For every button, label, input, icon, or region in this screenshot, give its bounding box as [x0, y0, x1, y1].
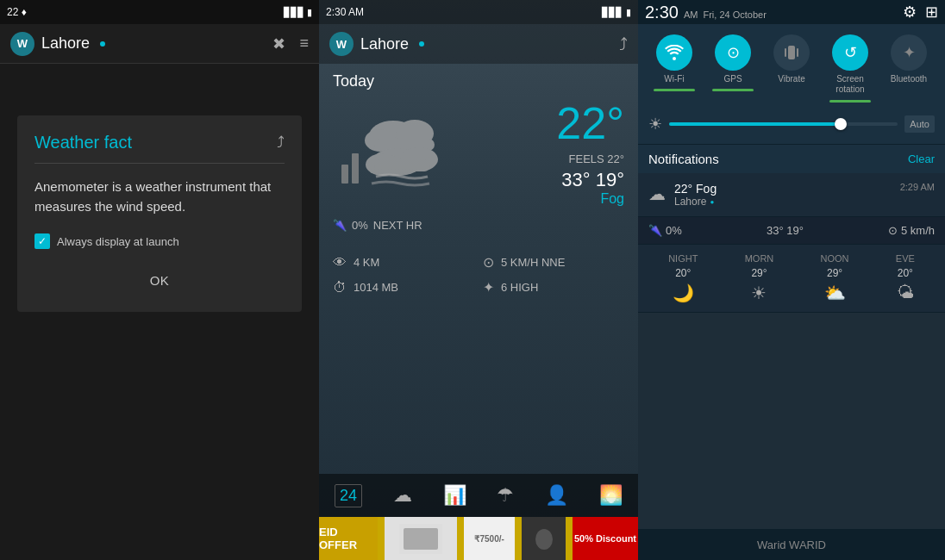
carrier-name: Warid WARID: [757, 538, 826, 551]
ad-banner-inner: EID OFFER ₹7500/- 50% Discount: [319, 517, 638, 560]
dialog-body: Anemometer is a weather instrument that …: [34, 177, 285, 216]
wind-detail: ⊙ 5 KM/H NNE: [483, 254, 624, 271]
svg-rect-7: [374, 159, 430, 171]
middle-city-name: Lahore: [360, 35, 409, 53]
tab-umbrella[interactable]: ☂: [497, 484, 514, 507]
precip-value: 0%: [352, 219, 368, 232]
pressure-detail: ⏱ 1014 MB: [333, 279, 474, 296]
temp-range-detail: 33° 19°: [767, 224, 804, 237]
pressure-icon: ⏱: [333, 280, 347, 296]
clear-notifications-button[interactable]: Clear: [908, 152, 935, 165]
tab-chart[interactable]: 📊: [443, 484, 466, 507]
gps-tile[interactable]: ⊙ GPS: [707, 34, 759, 103]
notif-weather-icon: ☁: [648, 184, 666, 204]
temp-range-detail-value: 33° 19°: [767, 224, 804, 237]
svg-rect-8: [341, 165, 348, 184]
forecast-night-icon: 🌙: [673, 283, 694, 303]
svg-rect-15: [785, 48, 786, 57]
ok-button[interactable]: OK: [34, 266, 285, 295]
quick-tiles: Wi-Fi ⊙ GPS Vibrate: [645, 34, 938, 103]
middle-content: Today: [319, 64, 638, 474]
visibility-detail: 👁 4 KM: [333, 254, 474, 271]
precip-detail-icon: 🌂: [648, 224, 662, 237]
left-city-name: Lahore: [41, 34, 90, 53]
left-signal: ▊▊▊ ▮: [284, 7, 312, 18]
notifications-header: Notifications Clear: [638, 144, 945, 173]
weather-details-grid: 👁 4 KM ⊙ 5 KM/H NNE ⏱ 1014 MB ✦ 6 HIGH: [333, 254, 624, 296]
wind-value: 5 KM/H NNE: [501, 256, 565, 269]
left-status-left: 22 ♦: [7, 6, 27, 18]
ad-banner: EID OFFER ₹7500/- 50% Discount: [319, 517, 638, 560]
tab-sunrise[interactable]: 🌅: [599, 484, 623, 507]
uv-value: 6 HIGH: [501, 281, 538, 294]
wind-icon: ⊙: [483, 254, 494, 271]
right-panel: 2:30 AM Fri, 24 October ⚙ ⊞ Wi-Fi ⊙: [638, 0, 945, 560]
app-icon: W: [10, 32, 34, 56]
screen-rotation-icon: ↺: [832, 34, 868, 71]
left-topbar: W Lahore ✖ ≡: [0, 24, 319, 64]
checkbox-row: ✓ Always display at launch: [34, 233, 285, 249]
notif-subtitle: Lahore ●: [674, 196, 935, 208]
temp-range: 33° 19°: [459, 169, 624, 191]
left-share-icon[interactable]: ✖: [272, 34, 285, 53]
brightness-slider[interactable]: [669, 122, 898, 126]
notif-time: 2:29 AM: [900, 182, 935, 192]
notif-title-text: 22° Fog: [674, 182, 717, 196]
clock-date: Fri, 24 October: [703, 9, 766, 20]
brightness-thumb: [835, 118, 847, 130]
middle-bottom-tabs: 24 ☁ 📊 ☂ 👤 🌅: [319, 474, 638, 517]
bluetooth-icon: ✦: [891, 34, 927, 71]
precip-row: 🌂 0% NEXT HR: [333, 219, 624, 232]
ad-eid-offer: EID OFFER: [319, 517, 378, 560]
right-statusbar-icons: ⚙ ⊞: [903, 3, 938, 22]
ad-product-2: ₹7500/-: [464, 517, 515, 560]
precip-detail-value: 0%: [666, 224, 682, 237]
notif-row: ☁ 22° Fog 2:29 AM Lahore ●: [648, 182, 935, 208]
today-label: Today: [333, 72, 624, 90]
left-menu-icon[interactable]: ≡: [299, 34, 309, 53]
forecast-noon-label: NOON: [821, 253, 849, 264]
bluetooth-tile[interactable]: ✦ Bluetooth: [883, 34, 935, 103]
right-clock: 2:30 AM Fri, 24 October: [645, 3, 767, 22]
screen-rotation-tile[interactable]: ↺ Screen rotation: [824, 34, 876, 103]
forecast-eve-label: EVE: [896, 253, 915, 264]
gps-label: GPS: [723, 74, 742, 84]
forecast-eve-temp: 20°: [898, 267, 913, 279]
vibrate-label: Vibrate: [778, 74, 805, 84]
tab-person[interactable]: 👤: [545, 484, 568, 507]
uv-icon: ✦: [483, 279, 494, 296]
checkbox-label: Always display at launch: [57, 235, 179, 248]
middle-topbar-left: W Lahore: [329, 32, 424, 56]
forecast-eve-icon: 🌤: [897, 283, 914, 302]
quick-settings: Wi-Fi ⊙ GPS Vibrate: [638, 24, 945, 144]
forecast-row: NIGHT 20° 🌙 MORN 29° ☀ NOON 29° ⛅ EVE 20…: [638, 245, 945, 313]
always-display-checkbox[interactable]: ✓: [34, 233, 50, 249]
left-city-dot: [100, 41, 105, 47]
auto-brightness-button[interactable]: Auto: [904, 115, 935, 133]
uv-detail: ✦ 6 HIGH: [483, 279, 624, 296]
pressure-value: 1014 MB: [354, 281, 398, 294]
left-topbar-right: ✖ ≡: [272, 34, 309, 53]
tab-sun[interactable]: ☁: [393, 484, 412, 507]
wifi-label: Wi-Fi: [664, 74, 684, 84]
middle-share-icon[interactable]: ⤴: [619, 34, 628, 54]
ad-discount: 50% Discount: [573, 517, 638, 560]
forecast-morn-label: MORN: [745, 253, 774, 264]
wifi-icon: [656, 34, 692, 71]
notification-item: ☁ 22° Fog 2:29 AM Lahore ●: [638, 173, 945, 217]
wifi-tile[interactable]: Wi-Fi: [648, 34, 700, 103]
settings-icon[interactable]: ⚙: [903, 3, 917, 22]
svg-rect-14: [788, 46, 795, 59]
weather-condition-icon: [333, 106, 445, 196]
right-bottom-bar: Warid WARID: [638, 529, 945, 560]
dialog-title: Weather fact: [34, 133, 132, 152]
vibrate-tile[interactable]: Vibrate: [766, 34, 817, 103]
middle-panel: 2:30 AM ▊▊▊ ▮ W Lahore ⤴ Today: [319, 0, 638, 560]
weather-condition-label: Fog: [459, 191, 624, 207]
dialog-share-icon[interactable]: ⤴: [277, 134, 285, 152]
tab-calendar[interactable]: 24: [335, 484, 362, 507]
grid-icon[interactable]: ⊞: [925, 3, 938, 22]
svg-rect-9: [352, 153, 359, 184]
ad-product-1: [385, 517, 458, 560]
left-time: 22 ♦: [7, 6, 27, 18]
